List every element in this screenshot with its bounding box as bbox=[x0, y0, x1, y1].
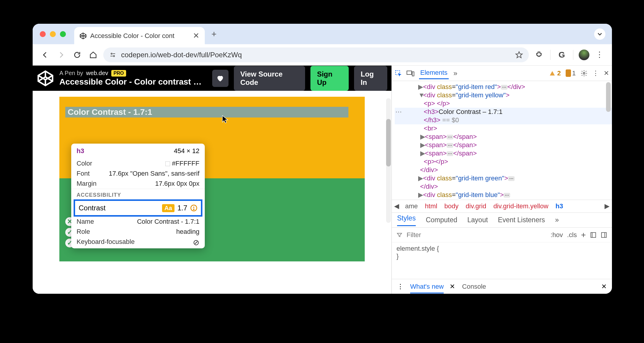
tab-close-icon[interactable]: ✕ bbox=[193, 31, 199, 40]
contrast-value: 1.7 bbox=[177, 204, 187, 212]
contrast-row: Contrast Aa 1.7 bbox=[74, 199, 202, 217]
codepen-logo-icon[interactable] bbox=[37, 70, 54, 87]
drawer-tab[interactable]: What's new bbox=[410, 283, 444, 293]
styles-tab[interactable]: Styles bbox=[397, 214, 416, 226]
crumb-item[interactable]: ame bbox=[405, 202, 418, 210]
google-account-icon[interactable]: G bbox=[556, 49, 568, 61]
a11y-heading: ACCESSIBILITY bbox=[71, 189, 205, 198]
styles-sidebar-icon[interactable] bbox=[601, 232, 607, 238]
drawer-close-icon[interactable]: ✕ bbox=[601, 283, 607, 290]
crumb-item[interactable]: div.grid-item.yellow bbox=[493, 202, 548, 210]
tab-strip: Accessible Color - Color cont ✕ + bbox=[33, 24, 612, 44]
crumb-item[interactable]: div.grid bbox=[466, 202, 486, 210]
browser-menu-button[interactable]: ⋮ bbox=[594, 49, 605, 61]
styles-filter-input[interactable] bbox=[407, 231, 546, 239]
toolbar-separator bbox=[550, 50, 551, 60]
svg-marker-7 bbox=[516, 52, 522, 58]
tooltip-a11y-row: Roleheading bbox=[71, 227, 205, 237]
url-text: codepen.io/web-dot-dev/full/PoeKzWq bbox=[121, 51, 242, 59]
svg-rect-16 bbox=[412, 72, 414, 76]
window-zoom-icon[interactable] bbox=[60, 31, 66, 37]
mouse-cursor-icon bbox=[222, 115, 229, 123]
inspected-h3[interactable]: Color Contrast - 1.7:1 bbox=[65, 107, 348, 117]
svg-rect-18 bbox=[591, 232, 596, 237]
styles-tab[interactable]: Layout bbox=[467, 216, 488, 224]
extensions-button[interactable] bbox=[533, 49, 545, 61]
login-button[interactable]: Log In bbox=[354, 66, 387, 91]
svg-point-13 bbox=[193, 209, 194, 210]
styles-tab[interactable]: Computed bbox=[426, 216, 457, 224]
pen-meta: A Pen by web.dev PRO Accessible Color - … bbox=[59, 70, 202, 87]
pro-badge: PRO bbox=[111, 70, 126, 77]
window-close-icon[interactable] bbox=[40, 31, 46, 37]
styles-rules[interactable]: element.style { } bbox=[392, 242, 612, 263]
tooltip-row: Color#FFFFFF bbox=[71, 158, 205, 169]
view-source-button[interactable]: View Source Code bbox=[234, 66, 305, 91]
issues-info-icon[interactable]: 1 bbox=[566, 69, 576, 77]
devtools-settings-icon[interactable] bbox=[580, 70, 588, 77]
forward-button[interactable] bbox=[55, 49, 67, 61]
back-button[interactable] bbox=[39, 49, 51, 61]
devtools-close-icon[interactable]: ✕ bbox=[604, 69, 609, 77]
svg-rect-19 bbox=[602, 232, 607, 237]
svg-point-3 bbox=[111, 53, 112, 54]
devtools-panel: Elements » 2 1 ⋮ ✕ ▶<div class="gr bbox=[392, 66, 612, 294]
crumb-right-icon[interactable]: ▶ bbox=[605, 202, 610, 210]
new-tab-button[interactable]: + bbox=[208, 28, 220, 40]
elements-tab[interactable]: Elements bbox=[419, 67, 449, 79]
inspect-element-icon[interactable] bbox=[395, 70, 402, 77]
browser-tab[interactable]: Accessible Color - Color cont ✕ bbox=[74, 27, 205, 45]
window-minimize-icon[interactable] bbox=[50, 31, 56, 37]
crumb-item[interactable]: body bbox=[444, 202, 459, 210]
crumb-item[interactable]: html bbox=[425, 202, 437, 210]
styles-more-icon[interactable]: » bbox=[555, 216, 559, 224]
bookmark-star-icon[interactable] bbox=[515, 51, 523, 59]
new-style-rule-icon[interactable]: + bbox=[581, 230, 586, 240]
home-button[interactable] bbox=[87, 49, 99, 61]
codepen-favicon-icon bbox=[80, 32, 87, 39]
cls-toggle[interactable]: .cls bbox=[567, 231, 577, 239]
breadcrumb: ◀ amehtmlbodydiv.griddiv.grid-item.yello… bbox=[392, 200, 612, 213]
devtools-tabbar: Elements » 2 1 ⋮ ✕ bbox=[392, 66, 612, 81]
pen-iframe-area: Color Contrast - 1.7:1 ✕AA Fail - regula… bbox=[33, 91, 391, 294]
svg-point-5 bbox=[113, 55, 115, 57]
styles-tab[interactable]: Event Listeners bbox=[498, 216, 545, 224]
crumb-item[interactable]: h3 bbox=[556, 202, 563, 210]
drawer-menu-icon[interactable]: ⋮ bbox=[397, 283, 404, 290]
tooltip-a11y-row: Keyboard-focusable⊘ bbox=[71, 237, 205, 248]
tooltip-tagname: h3 bbox=[77, 147, 84, 155]
contrast-warning-icon bbox=[190, 204, 197, 212]
drawer-tab[interactable]: Console bbox=[462, 283, 486, 290]
inspect-tooltip: h3 454 × 12 Color#FFFFFFFont17.6px "Open… bbox=[71, 144, 205, 248]
address-bar[interactable]: codepen.io/web-dot-dev/full/PoeKzWq bbox=[103, 47, 529, 62]
devtools-drawer: ⋮ What's new✕Console ✕ bbox=[392, 279, 612, 294]
signup-button[interactable]: Sign Up bbox=[310, 66, 349, 91]
tabs-menu-button[interactable] bbox=[594, 28, 605, 40]
heart-button[interactable] bbox=[212, 70, 229, 87]
content-split: A Pen by web.dev PRO Accessible Color - … bbox=[33, 66, 612, 294]
hov-toggle[interactable]: :hov bbox=[551, 231, 563, 239]
more-tabs-icon[interactable]: » bbox=[453, 69, 457, 77]
pen-author[interactable]: web.dev bbox=[86, 70, 108, 77]
tab-title: Accessible Color - Color cont bbox=[90, 32, 175, 40]
styles-computed-icon[interactable] bbox=[590, 232, 597, 238]
issues-warning-icon[interactable]: 2 bbox=[549, 69, 561, 77]
window-controls bbox=[40, 31, 66, 37]
tooltip-a11y-row: NameColor Contrast - 1.7:1 bbox=[71, 217, 205, 227]
svg-rect-15 bbox=[407, 71, 412, 74]
crumb-left-icon[interactable]: ◀ bbox=[394, 202, 399, 210]
rendered-page: A Pen by web.dev PRO Accessible Color - … bbox=[33, 66, 392, 294]
drawer-tab-close-icon[interactable]: ✕ bbox=[450, 283, 455, 290]
tooltip-dimensions: 454 × 12 bbox=[174, 147, 199, 155]
profile-avatar[interactable] bbox=[579, 50, 589, 60]
page-scrollbar-thumb[interactable] bbox=[386, 119, 391, 166]
devtools-menu-icon[interactable]: ⋮ bbox=[592, 69, 599, 77]
dom-scrollbar-thumb[interactable] bbox=[606, 82, 611, 112]
reload-button[interactable] bbox=[71, 49, 83, 61]
tooltip-row: Margin17.6px 0px 0px bbox=[71, 179, 205, 189]
site-controls-icon[interactable] bbox=[109, 51, 116, 58]
byline-prefix: A Pen by bbox=[59, 70, 83, 77]
device-toolbar-icon[interactable] bbox=[407, 70, 414, 77]
dom-tree[interactable]: ▶<div class="grid-item red">⋯</div> ▼<di… bbox=[392, 81, 612, 200]
browser-toolbar: codepen.io/web-dot-dev/full/PoeKzWq G ⋮ bbox=[33, 44, 612, 66]
